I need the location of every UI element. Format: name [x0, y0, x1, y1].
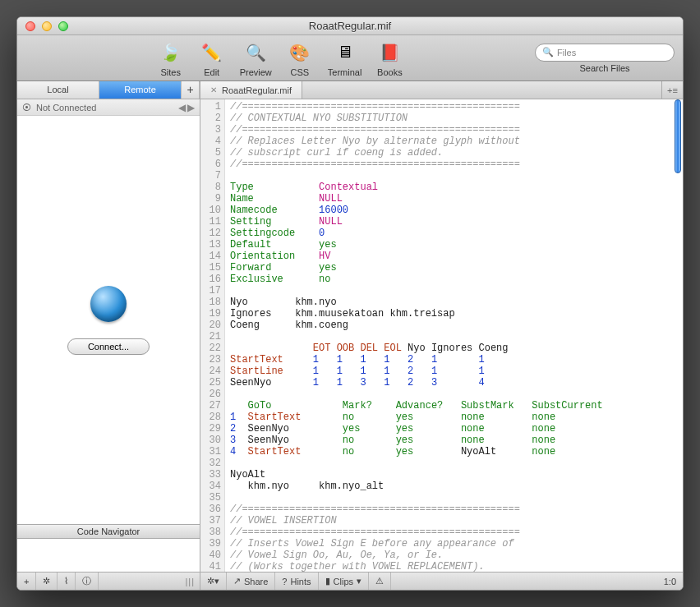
- line-number: 22: [200, 343, 221, 354]
- line-number: 15: [200, 262, 221, 274]
- search-icon: 🔍: [542, 47, 554, 57]
- terminal-button[interactable]: 🖥 Terminal: [323, 38, 367, 79]
- code-line[interactable]: StartText 1 1 1 1 2 1 1: [230, 354, 678, 366]
- line-number: 41: [200, 561, 221, 572]
- connection-status-icon: ⦿: [22, 103, 31, 113]
- search-input[interactable]: 🔍 Files: [535, 44, 675, 62]
- tab-local[interactable]: Local: [17, 81, 99, 99]
- books-button[interactable]: 📕 Books: [371, 38, 408, 79]
- code-navigator-header[interactable]: Code Navigator: [17, 524, 200, 539]
- share-button[interactable]: ↗Share: [227, 573, 275, 590]
- code-line[interactable]: 4 StartText no yes NyoAlt none: [230, 446, 678, 458]
- code-line[interactable]: Ignores khm.muusekatoan khm.treisap: [230, 308, 678, 320]
- add-button[interactable]: +: [17, 573, 36, 590]
- code-line[interactable]: //======================================…: [230, 101, 678, 113]
- code-line[interactable]: //======================================…: [230, 527, 678, 538]
- editor-tab[interactable]: ✕ RoaatRegular.mif: [200, 81, 302, 99]
- code-line[interactable]: [230, 331, 678, 343]
- scrollbar-thumb[interactable]: [675, 99, 681, 173]
- line-number: 1: [200, 101, 221, 113]
- tab-remote[interactable]: Remote: [99, 81, 182, 99]
- line-number: 14: [200, 251, 221, 262]
- code-line[interactable]: [230, 285, 678, 297]
- code-line[interactable]: Exclusive no: [230, 274, 678, 285]
- line-number: 4: [200, 136, 221, 147]
- code-line[interactable]: Nyo khm.nyo: [230, 297, 678, 308]
- code-line[interactable]: Settingcode 0: [230, 228, 678, 239]
- line-number: 33: [200, 469, 221, 481]
- preview-button[interactable]: 🔍 Preview: [235, 38, 277, 79]
- clips-button[interactable]: ▮Clips▾: [319, 573, 369, 590]
- code-line[interactable]: Setting NULL: [230, 216, 678, 228]
- code-line[interactable]: Namecode 16000: [230, 205, 678, 216]
- minimize-icon[interactable]: [42, 21, 52, 31]
- close-tab-icon[interactable]: ✕: [210, 85, 217, 94]
- hints-icon: ?: [282, 577, 287, 586]
- editor-gear-icon[interactable]: ✲▾: [200, 573, 227, 590]
- app-window: RoaatRegular.mif 🍃 Sites ✏️ Edit 🔍 Previ…: [16, 16, 684, 591]
- close-icon[interactable]: [25, 21, 35, 31]
- code-line[interactable]: // VOWEL INSERTION: [230, 515, 678, 527]
- signal-icon[interactable]: ⌇: [58, 573, 76, 590]
- code-line[interactable]: Coeng khm.coeng: [230, 320, 678, 331]
- css-button[interactable]: 🎨 CSS: [282, 38, 318, 79]
- code-line[interactable]: //======================================…: [230, 504, 678, 515]
- info-icon[interactable]: ⓘ: [76, 573, 99, 590]
- tab-add[interactable]: +: [182, 81, 200, 99]
- code-line[interactable]: NyoAlt: [230, 469, 678, 481]
- code-line[interactable]: //======================================…: [230, 124, 678, 136]
- code-line[interactable]: 2 SeenNyo yes yes none none: [230, 423, 678, 435]
- line-number: 19: [200, 308, 221, 320]
- line-number: 17: [200, 285, 221, 297]
- code-line[interactable]: [230, 389, 678, 400]
- nav-back-icon[interactable]: ◀: [178, 102, 186, 113]
- code-line[interactable]: Name NULL: [230, 193, 678, 205]
- code-line[interactable]: GoTo Mark? Advance? SubstMark SubstCurre…: [230, 400, 678, 412]
- gear-icon[interactable]: ✲: [36, 573, 58, 590]
- books-icon: 📕: [376, 39, 403, 66]
- code-line[interactable]: //======================================…: [230, 159, 678, 170]
- edit-button[interactable]: ✏️ Edit: [194, 38, 230, 79]
- line-number: 5: [200, 147, 221, 159]
- code-line[interactable]: // Inserts Vowel Sign E before any appea…: [230, 538, 678, 550]
- titlebar: RoaatRegular.mif: [17, 17, 683, 35]
- line-number: 32: [200, 458, 221, 469]
- code-line[interactable]: khm.nyo khm.nyo_alt: [230, 481, 678, 492]
- code-line[interactable]: Type Contextual: [230, 182, 678, 193]
- search-label: Search Files: [579, 63, 629, 73]
- code-line[interactable]: [230, 492, 678, 504]
- code-line[interactable]: // (Works together with VOWEL REPLACEMEN…: [230, 561, 678, 572]
- code-line[interactable]: [230, 170, 678, 182]
- code-line[interactable]: 3 SeenNyo no yes none none: [230, 435, 678, 446]
- code-line[interactable]: // Vowel Sign Oo, Au, Oe, Ya, or Ie.: [230, 550, 678, 561]
- code-line[interactable]: // CONTEXTUAL NYO SUBSTITUTION: [230, 113, 678, 124]
- terminal-icon: 🖥: [332, 39, 358, 66]
- code-line[interactable]: StartLine 1 1 1 1 2 1 1: [230, 366, 678, 377]
- nav-forward-icon[interactable]: ▶: [187, 102, 195, 113]
- code-line[interactable]: EOT OOB DEL EOL Nyo Ignores Coeng: [230, 343, 678, 354]
- code-line[interactable]: // Replaces Letter Nyo by alternate glyp…: [230, 136, 678, 147]
- code-line[interactable]: Orientation HV: [230, 251, 678, 262]
- editor-corner-button[interactable]: +≡: [661, 81, 683, 99]
- line-number: 25: [200, 377, 221, 389]
- line-number: 34: [200, 481, 221, 492]
- sites-button[interactable]: 🍃 Sites: [153, 38, 189, 79]
- code-line[interactable]: [230, 458, 678, 469]
- code-line[interactable]: 1 StartText no yes none none: [230, 412, 678, 423]
- code-line[interactable]: Default yes: [230, 239, 678, 251]
- zoom-icon[interactable]: [58, 21, 68, 31]
- sidebar-grip-icon[interactable]: |||: [185, 577, 200, 586]
- line-number: 16: [200, 274, 221, 285]
- code-line[interactable]: // subscript curl if coeng is added.: [230, 147, 678, 159]
- code-line[interactable]: Forward yes: [230, 262, 678, 274]
- line-number: 21: [200, 331, 221, 343]
- code-line[interactable]: SeenNyo 1 1 3 1 2 3 4: [230, 377, 678, 389]
- share-icon: ↗: [233, 576, 241, 586]
- code-navigator: [17, 539, 200, 572]
- connect-button[interactable]: Connect...: [67, 338, 150, 355]
- warning-icon[interactable]: ⚠: [369, 573, 391, 590]
- hints-button[interactable]: ?Hints: [275, 573, 318, 590]
- code-editor[interactable]: //======================================…: [225, 99, 683, 572]
- css-icon: 🎨: [287, 39, 313, 66]
- line-number: 37: [200, 515, 221, 527]
